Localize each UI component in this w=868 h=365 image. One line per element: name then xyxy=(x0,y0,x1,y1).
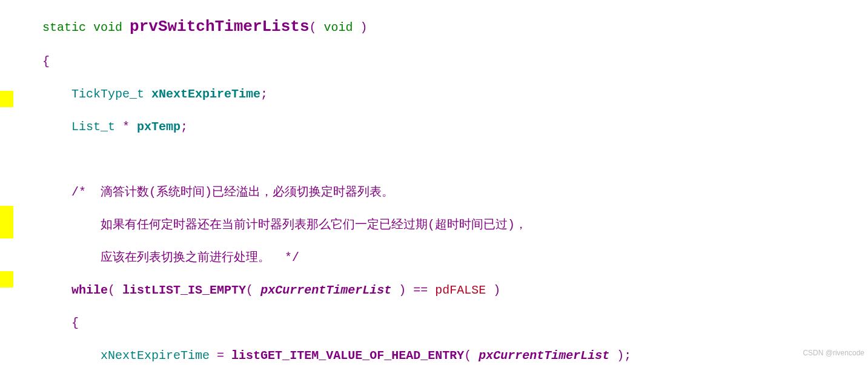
paren: ( xyxy=(246,283,253,297)
variable: pxCurrentTimerList xyxy=(260,283,391,297)
gutter-mark xyxy=(0,206,13,222)
code-line: { xyxy=(13,53,631,70)
paren: ) xyxy=(399,283,406,297)
variable: xNextExpireTime xyxy=(101,349,210,363)
variable: pxCurrentTimerList xyxy=(479,349,609,363)
gutter xyxy=(0,0,13,365)
keyword-void: void xyxy=(93,21,122,35)
code-line: while( listLIST_IS_EMPTY( pxCurrentTimer… xyxy=(13,282,631,298)
blank-line xyxy=(13,151,631,168)
comment: 应该在列表切换之前进行处理。 */ xyxy=(101,251,299,265)
keyword-static: static xyxy=(42,21,86,35)
comment-line: /* 滴答计数(系统时间)已经溢出，必须切换定时器列表。 xyxy=(13,184,631,200)
macro-call: listGET_ITEM_VALUE_OF_HEAD_ENTRY xyxy=(231,349,464,363)
paren: ( xyxy=(310,21,317,35)
constant: pdFALSE xyxy=(435,283,486,297)
semicolon: ; xyxy=(181,120,188,134)
code-block: static void prvSwitchTimerLists( void ) … xyxy=(13,1,631,365)
gutter-mark xyxy=(0,91,13,107)
code-line: xNextExpireTime = listGET_ITEM_VALUE_OF_… xyxy=(13,347,631,364)
type: List_t xyxy=(71,120,115,134)
brace: { xyxy=(42,54,50,68)
comment-line: 应该在列表切换之前进行处理。 */ xyxy=(13,249,631,266)
keyword-while: while xyxy=(71,283,108,297)
star: * xyxy=(122,120,130,134)
comment: /* 滴答计数(系统时间)已经溢出，必须切换定时器列表。 xyxy=(71,185,394,199)
operator-eqeq: == xyxy=(413,283,428,297)
type: TickType_t xyxy=(71,87,144,101)
gutter-mark xyxy=(0,271,13,288)
paren: ) xyxy=(617,349,624,363)
semicolon: ; xyxy=(260,87,268,101)
function-name: prvSwitchTimerLists xyxy=(130,18,309,36)
variable: pxTemp xyxy=(137,120,181,134)
code-line: static void prvSwitchTimerLists( void ) xyxy=(13,18,631,37)
comment-line: 如果有任何定时器还在当前计时器列表那么它们一定已经过期(超时时间已过)， xyxy=(13,217,631,233)
variable: xNextExpireTime xyxy=(151,87,260,101)
gutter-mark xyxy=(0,222,13,238)
code-line: TickType_t xNextExpireTime; xyxy=(13,86,631,102)
code-line: List_t * pxTemp; xyxy=(13,119,631,135)
keyword-void: void xyxy=(324,21,353,35)
macro-call: listLIST_IS_EMPTY xyxy=(122,283,246,297)
paren: ( xyxy=(108,283,115,297)
paren: ) xyxy=(493,283,500,297)
operator-assign: = xyxy=(217,349,224,363)
paren: ( xyxy=(464,349,471,363)
comment: 如果有任何定时器还在当前计时器列表那么它们一定已经过期(超时时间已过)， xyxy=(101,218,527,232)
semicolon: ; xyxy=(624,349,631,363)
brace: { xyxy=(71,316,79,330)
code-line: { xyxy=(13,315,631,331)
watermark: CSDN @rivencode xyxy=(803,345,864,361)
paren: ) xyxy=(360,21,368,35)
